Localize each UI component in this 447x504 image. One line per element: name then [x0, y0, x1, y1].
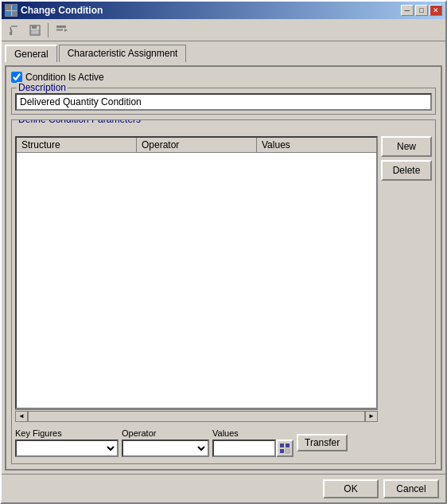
tab-general-content: Condition Is Active Description Define C… [5, 65, 442, 471]
key-figures-select[interactable] [15, 440, 119, 457]
define-params-label: Define Condition Parameters [17, 119, 142, 125]
grid-icon [6, 5, 17, 16]
condition-active-row: Condition Is Active [11, 72, 436, 83]
values-label: Values [212, 428, 293, 438]
tab-general[interactable]: General [5, 45, 57, 62]
bottom-bar: OK Cancel [2, 474, 445, 502]
menu-icon [55, 24, 68, 37]
svg-rect-5 [31, 30, 39, 34]
app-icon [5, 4, 17, 17]
table-header: Structure Operator Values [17, 138, 376, 153]
params-inner: Structure Operator Values [15, 136, 432, 422]
ok-button[interactable]: OK [323, 479, 379, 498]
new-button[interactable]: New [381, 136, 432, 157]
maximize-button[interactable]: □ [415, 5, 428, 16]
key-figures-group: Key Figures [15, 428, 119, 457]
operator-select[interactable] [122, 440, 209, 457]
col-structure: Structure [17, 138, 137, 152]
title-bar-left: Change Condition [5, 4, 103, 17]
main-window: Change Condition ─ □ ✕ [0, 0, 447, 504]
title-bar: Change Condition ─ □ ✕ [2, 2, 445, 19]
svg-rect-4 [32, 25, 37, 29]
scroll-right-button[interactable]: ► [365, 411, 378, 422]
svg-rect-10 [286, 443, 290, 447]
transfer-button[interactable]: Transfer [297, 434, 348, 451]
values-group: Values [212, 428, 293, 457]
toolbar-divider [48, 23, 49, 37]
scroll-left-button[interactable]: ◄ [15, 411, 28, 422]
svg-rect-9 [280, 443, 284, 447]
operator-label: Operator [122, 428, 209, 438]
picker-icon [279, 443, 290, 454]
tab-bar: General Characteristic Assignment [2, 41, 445, 62]
tab-characteristic[interactable]: Characteristic Assignment [59, 45, 187, 62]
toolbar-menu-button[interactable] [52, 21, 71, 39]
description-group: Description [11, 88, 436, 115]
key-figures-row: Key Figures Operator Values [15, 425, 432, 460]
window-controls: ─ □ ✕ [401, 5, 442, 16]
toolbar-pen-button[interactable] [5, 21, 24, 39]
key-figures-label: Key Figures [15, 428, 119, 438]
define-params-group: Define Condition Parameters Structure Op… [11, 119, 436, 464]
col-values: Values [257, 138, 376, 152]
values-input[interactable] [212, 440, 276, 457]
svg-rect-12 [286, 449, 290, 453]
save-icon [29, 24, 41, 37]
svg-rect-7 [56, 29, 63, 30]
description-input[interactable] [15, 93, 432, 111]
pen-icon [8, 24, 21, 37]
close-button[interactable]: ✕ [430, 5, 442, 16]
condition-active-checkbox[interactable] [11, 72, 22, 83]
svg-rect-6 [56, 25, 66, 28]
svg-rect-11 [280, 449, 284, 453]
operator-group: Operator [122, 428, 209, 457]
description-group-label: Description [17, 82, 68, 93]
cancel-button[interactable]: Cancel [383, 479, 439, 498]
minimize-button[interactable]: ─ [401, 5, 414, 16]
svg-marker-8 [64, 29, 68, 32]
window-title: Change Condition [21, 5, 103, 16]
col-operator: Operator [137, 138, 257, 152]
table-action-buttons: New Delete [381, 136, 432, 422]
table-body [17, 153, 376, 408]
delete-button[interactable]: Delete [381, 160, 432, 181]
horizontal-scrollbar[interactable]: ◄ ► [15, 409, 378, 422]
main-content: Condition Is Active Description Define C… [2, 62, 445, 474]
toolbar [2, 19, 445, 41]
params-table: Structure Operator Values [15, 136, 378, 409]
condition-active-label: Condition Is Active [25, 72, 104, 83]
values-picker-button[interactable] [276, 440, 293, 457]
toolbar-save-button[interactable] [25, 21, 45, 39]
scroll-track[interactable] [28, 411, 365, 422]
